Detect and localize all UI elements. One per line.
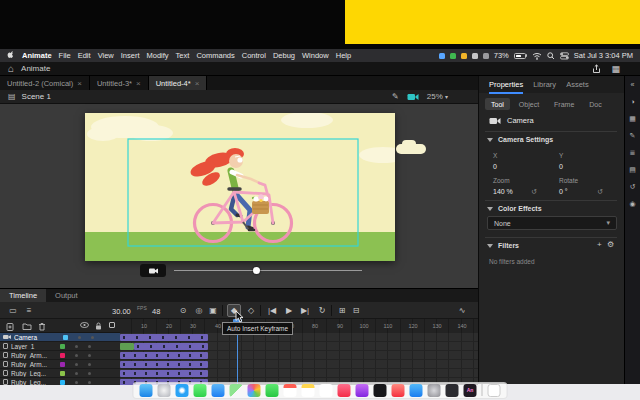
dock-terminal-icon[interactable] xyxy=(446,384,459,397)
layer-visibility-dot[interactable] xyxy=(75,372,78,375)
layer-color-swatch[interactable] xyxy=(60,371,65,376)
menu-animate[interactable]: Animate xyxy=(22,51,52,60)
tab-properties[interactable]: Properties xyxy=(489,80,523,89)
new-folder-button[interactable] xyxy=(22,322,32,330)
layer-row-layer-1[interactable]: Layer_1 xyxy=(0,342,478,351)
zoom-level[interactable]: 25% ▾ xyxy=(427,92,448,101)
wifi-icon[interactable] xyxy=(532,52,542,60)
reset-zoom-icon[interactable]: ↺ xyxy=(531,188,537,196)
dock-podcasts-icon[interactable] xyxy=(356,384,369,397)
layer-frames[interactable] xyxy=(120,369,478,378)
outline-view-icon[interactable] xyxy=(109,322,115,328)
align-panel-icon[interactable]: ≣ xyxy=(630,149,636,157)
motion-tween-span[interactable] xyxy=(120,352,208,359)
menu-window[interactable]: Window xyxy=(302,51,329,60)
menu-view[interactable]: View xyxy=(98,51,114,60)
menubar-clock[interactable]: Sat Jul 3 3:04 PM xyxy=(574,51,633,60)
dock-animate-icon[interactable]: An xyxy=(464,384,477,397)
tab-untitled-3[interactable]: Untitled-3* × xyxy=(90,76,149,90)
lock-icon[interactable] xyxy=(95,322,102,330)
tab-assets[interactable]: Assets xyxy=(566,80,589,89)
frame-ruler[interactable]: 10 20 30 40 50 60 70 80 90 100 110 120 1… xyxy=(120,319,478,333)
onion-skin-button[interactable]: ◎ xyxy=(192,304,206,317)
menu-file[interactable]: File xyxy=(59,51,71,60)
menubar-app-icon[interactable] xyxy=(439,53,445,59)
keyframe-span[interactable] xyxy=(120,343,134,350)
play-button[interactable]: ▶ xyxy=(282,304,296,317)
menu-help[interactable]: Help xyxy=(336,51,351,60)
motion-tween-span[interactable] xyxy=(120,334,208,341)
menu-insert[interactable]: Insert xyxy=(121,51,140,60)
dock-tv-icon[interactable] xyxy=(374,384,387,397)
reset-rotate-icon[interactable]: ↺ xyxy=(597,188,603,196)
home-icon[interactable]: ⌂ xyxy=(8,64,14,74)
swatches-panel-icon[interactable]: ▦ xyxy=(629,115,636,123)
layer-lock-dot[interactable] xyxy=(88,345,91,348)
dock-reminders-icon[interactable] xyxy=(320,384,333,397)
apple-menu[interactable] xyxy=(7,50,15,61)
layer-visibility-dot[interactable] xyxy=(75,345,78,348)
camera-settings-header[interactable]: Camera Settings xyxy=(487,136,553,143)
layer-color-swatch[interactable] xyxy=(60,344,65,349)
layer-lock-dot[interactable] xyxy=(88,363,91,366)
frame-rate-value[interactable]: 30.00 xyxy=(112,307,131,316)
layer-row-ruby-arm-2[interactable]: Ruby_Arm... xyxy=(0,360,478,369)
subtab-tool[interactable]: Tool xyxy=(485,98,510,110)
tab-timeline[interactable]: Timeline xyxy=(0,289,46,302)
zoom-value[interactable]: 140 % xyxy=(493,188,513,195)
close-tab-icon[interactable]: × xyxy=(195,79,200,88)
rotate-value[interactable]: 0 ° xyxy=(559,188,568,195)
dock-maps-icon[interactable] xyxy=(230,384,243,397)
menu-debug[interactable]: Debug xyxy=(273,51,295,60)
layer-color-swatch[interactable] xyxy=(60,362,65,367)
filters-header[interactable]: Filters xyxy=(487,242,519,249)
layer-visibility-dot[interactable] xyxy=(78,336,81,339)
history-panel-icon[interactable]: ↺ xyxy=(630,183,636,191)
center-frame-button[interactable]: ⊙ xyxy=(176,304,190,317)
add-filter-icon[interactable]: + xyxy=(597,240,602,249)
breadcrumb-scene[interactable]: Scene 1 xyxy=(22,92,51,101)
menubar-app-icon[interactable] xyxy=(483,53,489,59)
spotlight-search-icon[interactable] xyxy=(547,52,555,60)
menu-edit[interactable]: Edit xyxy=(78,51,91,60)
tab-untitled-2[interactable]: Untitled-2 (Comical) × xyxy=(0,76,90,90)
libraries-panel-icon[interactable]: ▤ xyxy=(629,166,636,174)
dock-calendar-icon[interactable] xyxy=(284,384,297,397)
canvas-pasteboard[interactable] xyxy=(0,104,478,288)
motion-editor-curve-icon[interactable]: ∿ xyxy=(455,304,469,317)
frame-graph-icon[interactable]: ≡ xyxy=(22,304,36,317)
menu-commands[interactable]: Commands xyxy=(196,51,234,60)
menubar-app-icon[interactable] xyxy=(461,53,467,59)
layer-frames[interactable] xyxy=(120,342,478,351)
dock-appstore-icon[interactable] xyxy=(410,384,423,397)
subtab-doc[interactable]: Doc xyxy=(583,98,607,110)
menu-control[interactable]: Control xyxy=(242,51,266,60)
workspace-switcher-icon[interactable]: ▦ xyxy=(611,64,620,74)
layer-row-ruby-arm-1[interactable]: Ruby_Arm... xyxy=(0,351,478,360)
layer-lock-dot[interactable] xyxy=(88,381,91,384)
info-panel-icon[interactable]: ◉ xyxy=(629,200,635,208)
dock-mail-icon[interactable] xyxy=(212,384,225,397)
tab-library[interactable]: Library xyxy=(533,80,556,89)
dock-trash-icon[interactable] xyxy=(488,384,501,397)
layer-visibility-dot[interactable] xyxy=(75,381,78,384)
dock-photos-icon[interactable] xyxy=(248,384,261,397)
remove-frame-button[interactable]: ⊟ xyxy=(349,304,363,317)
color-panel-icon[interactable]: ◑ xyxy=(630,98,634,106)
layer-frames[interactable] xyxy=(120,351,478,360)
dock-finder-icon[interactable] xyxy=(140,384,153,397)
edit-multiple-frames-button[interactable]: ▣ xyxy=(206,304,220,317)
show-hide-eye-icon[interactable] xyxy=(80,322,89,328)
layer-lock-dot[interactable] xyxy=(88,354,91,357)
dock-news-icon[interactable] xyxy=(392,384,405,397)
camera-toggle-icon[interactable] xyxy=(407,93,419,101)
menu-modify[interactable]: Modify xyxy=(147,51,169,60)
stage[interactable] xyxy=(85,113,395,261)
share-icon[interactable] xyxy=(592,64,601,74)
filter-options-gear-icon[interactable]: ⚙ xyxy=(607,240,614,249)
layer-visibility-dot[interactable] xyxy=(75,363,78,366)
menubar-app-icon[interactable] xyxy=(450,53,456,59)
tab-untitled-4[interactable]: Untitled-4* × xyxy=(149,76,208,90)
motion-tween-span[interactable] xyxy=(120,370,208,377)
layer-row-ruby-leg-1[interactable]: Ruby_Leg... xyxy=(0,369,478,378)
